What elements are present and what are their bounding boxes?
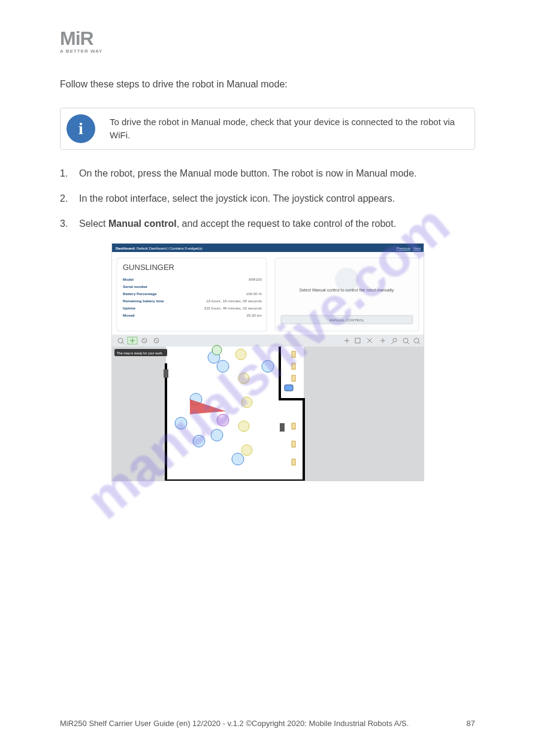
embedded-screenshot: Dashboard: Default Dashboard | Contains … xyxy=(111,243,424,481)
svg-text:Select Manual control to contr: Select Manual control to control the rob… xyxy=(299,288,394,293)
logo-tagline: A BETTER WAY xyxy=(60,49,475,54)
svg-rect-54 xyxy=(292,375,295,381)
svg-point-38 xyxy=(175,417,187,429)
svg-point-40 xyxy=(211,429,223,441)
svg-point-49 xyxy=(241,445,252,456)
footer-page: 87 xyxy=(467,719,475,727)
step-2: 2. In the robot interface, select the jo… xyxy=(60,192,475,206)
svg-point-43 xyxy=(217,360,229,372)
svg-rect-57 xyxy=(292,459,295,465)
svg-text:Uptime: Uptime xyxy=(123,306,136,310)
steps-list: 1. On the robot, press the Manual mode b… xyxy=(60,166,475,231)
svg-rect-60 xyxy=(285,385,293,391)
page-footer: MiR250 Shelf Carrier User Guide (en) 12/… xyxy=(60,719,475,727)
svg-rect-58 xyxy=(164,369,168,378)
svg-text:Battery Percentage: Battery Percentage xyxy=(123,292,157,296)
step-1: 1. On the robot, press the Manual mode b… xyxy=(60,166,475,181)
svg-text:315 hours, 49 minutes, 22 seco: 315 hours, 49 minutes, 22 seconds xyxy=(204,306,261,310)
svg-point-44 xyxy=(217,414,229,426)
step-num: 3. xyxy=(60,217,72,231)
svg-text:MIR100: MIR100 xyxy=(249,277,262,281)
svg-point-41 xyxy=(232,453,244,465)
step-text: In the robot interface, select the joyst… xyxy=(79,192,395,206)
svg-text:GUNSLINGER: GUNSLINGER xyxy=(123,263,174,272)
svg-point-47 xyxy=(241,397,252,408)
info-callout: i To drive the robot in Manual mode, che… xyxy=(60,108,475,150)
svg-text:Serial number: Serial number xyxy=(123,284,148,289)
svg-text:MANUAL CONTROL: MANUAL CONTROL xyxy=(329,318,364,322)
svg-text:100.00 %: 100.00 % xyxy=(246,292,262,296)
step-num: 2. xyxy=(60,192,72,206)
svg-point-48 xyxy=(238,421,249,432)
svg-text:Next: Next xyxy=(413,247,421,250)
svg-rect-53 xyxy=(292,363,295,369)
step-text: On the robot, press the Manual mode butt… xyxy=(79,166,417,181)
svg-rect-52 xyxy=(292,351,295,357)
step-num: 1. xyxy=(60,166,72,181)
svg-rect-59 xyxy=(280,423,285,432)
svg-rect-56 xyxy=(292,441,295,447)
svg-text:13 hours, 19 minutes, 50 secon: 13 hours, 19 minutes, 50 seconds xyxy=(206,299,262,303)
svg-text:29.20 km: 29.20 km xyxy=(246,313,261,317)
svg-text:Dashboard:
        Default Das: Dashboard: Default Dashboard | Contains … xyxy=(116,247,202,250)
svg-rect-55 xyxy=(292,423,295,429)
svg-point-45 xyxy=(235,349,246,360)
step-text: Select Manual control, and accept the re… xyxy=(79,217,396,231)
info-text: To drive the robot in Manual mode, check… xyxy=(110,116,464,142)
svg-point-39 xyxy=(193,435,205,447)
svg-point-46 xyxy=(238,373,249,384)
logo-text: MiR xyxy=(60,29,475,48)
footer-left: MiR250 Shelf Carrier User Guide (en) 12/… xyxy=(60,719,409,727)
intro-sentence: Follow these steps to drive the robot in… xyxy=(60,78,475,91)
svg-text:Remaining battery time: Remaining battery time xyxy=(123,299,164,303)
step-3: 3. Select Manual control, and accept the… xyxy=(60,217,475,231)
svg-text:Model: Model xyxy=(123,277,134,281)
info-icon: i xyxy=(67,114,95,143)
svg-text:Moved: Moved xyxy=(123,313,135,317)
svg-point-50 xyxy=(212,345,222,355)
svg-text:The map is ready for your work: The map is ready for your work. xyxy=(117,351,164,355)
svg-point-42 xyxy=(262,360,274,372)
svg-text:Previous: Previous xyxy=(396,247,410,250)
brand-logo: MiR A BETTER WAY xyxy=(60,29,475,54)
